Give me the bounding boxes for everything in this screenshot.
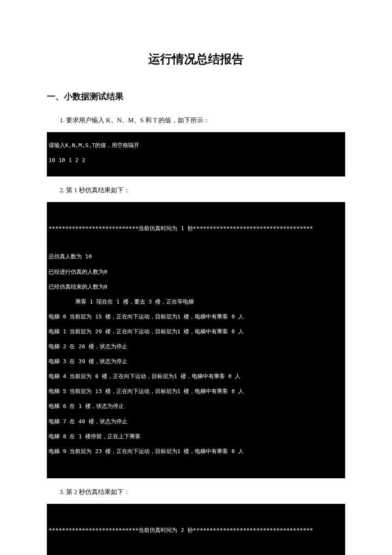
term-blank	[49, 542, 343, 548]
term-line: 总仿真人数为 10	[49, 253, 343, 260]
term-blank	[49, 462, 343, 468]
term-line: 请输入K,N,M,S,T的值，用空格隔开	[49, 142, 343, 149]
page-title: 运行情况总结报告	[47, 51, 345, 67]
term-line: 已经仿真结束的人数为0	[49, 283, 343, 291]
term-line: 电梯 9 当前层为 23 楼，正在向下运动，目标层为1 楼，电梯中有乘客 0 人	[49, 448, 343, 455]
term-line: ***************************当前仿真时间为 2 秒**…	[49, 526, 343, 534]
term-line: ***************************当前仿真时间为 1 秒**…	[49, 225, 343, 232]
term-line: 电梯 5 当前层为 13 楼，正在向下运动，目标层为1 楼，电梯中有乘客 0 人	[49, 387, 343, 395]
terminal-block-3: ***************************当前仿真时间为 2 秒**…	[47, 504, 345, 555]
item-3-text: 3. 第 2 秒仿真结果如下：	[60, 487, 345, 497]
section-heading-1: 一、小数据测试结果	[47, 91, 345, 102]
term-line: 电梯 1 当前层为 29 楼，正在向下运动，目标层为1 楼，电梯中有乘客 0 人	[49, 328, 343, 335]
term-line: 电梯 2 在 26 楼，状态为停止	[49, 343, 343, 350]
term-blank	[49, 240, 343, 246]
term-line: 电梯 8 在 1 楼停留，正在上下乘客	[49, 433, 343, 440]
term-line: 10 10 1 2 2	[49, 156, 343, 164]
term-line: 电梯 4 当前层为 8 楼，正在向下运动，目标层为1 楼，电梯中有乘客 0 人	[49, 373, 343, 380]
term-blank	[49, 211, 343, 217]
item-1-text: 1. 要求用户输入 K、N、M、S 和 T 的值，如下所示：	[60, 115, 345, 125]
term-blank	[49, 513, 343, 519]
term-line: 电梯 3 在 39 楼，状态为停止	[49, 358, 343, 365]
term-line: 电梯 6 在 1 楼，状态为停止	[49, 402, 343, 410]
terminal-block-1: 请输入K,N,M,S,T的值，用空格隔开 10 10 1 2 2	[47, 132, 345, 176]
term-line: 电梯 0 当前层为 15 楼，正在向下运动，目标层为1 楼，电梯中有乘客 0 人	[49, 313, 343, 321]
term-line: 电梯 7 在 40 楼，状态为停止	[49, 418, 343, 425]
term-line: 乘客 1 现在在 1 楼，要去 3 楼，正在等电梯	[49, 298, 343, 306]
term-line: 已经进行仿真的人数为0	[49, 268, 343, 276]
terminal-block-2: ***************************当前仿真时间为 1 秒**…	[47, 202, 345, 479]
item-2-text: 2. 第 1 秒仿真结果如下：	[60, 185, 345, 195]
